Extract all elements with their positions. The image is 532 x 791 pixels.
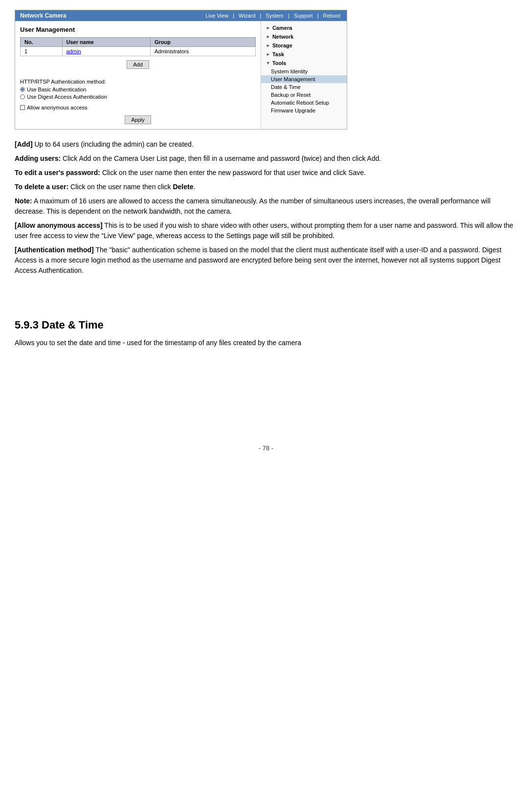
add-label: [Add] bbox=[15, 140, 33, 148]
content-area: [Add] Up to 64 users (including the admi… bbox=[0, 134, 532, 289]
user-mgmt-title: User Management bbox=[20, 26, 256, 33]
sidebar-auto-reboot[interactable]: Automatic Reboot Setup bbox=[261, 99, 347, 107]
page-footer: - 78 - bbox=[0, 444, 532, 461]
checkbox-box bbox=[20, 105, 25, 110]
col-group: Group bbox=[150, 38, 255, 47]
sidebar-tools[interactable]: ▼ Tools bbox=[261, 59, 347, 67]
sidebar-camera-label: Camera bbox=[272, 25, 292, 31]
camera-body: User Management No. User name Group 1 a bbox=[15, 21, 347, 129]
delete-user-desc: Click on the user name then click bbox=[70, 183, 173, 191]
edit-password-desc: Click on the user name then enter the ne… bbox=[102, 169, 366, 176]
apply-button[interactable]: Apply bbox=[125, 115, 151, 124]
nav-support[interactable]: Support bbox=[294, 13, 313, 19]
storage-arrow-icon: ► bbox=[266, 43, 270, 48]
nav-live-view[interactable]: Live View bbox=[205, 13, 228, 19]
nav-sep4: | bbox=[317, 13, 319, 19]
delete-user-para: To delete a user: Click on the user name… bbox=[15, 182, 517, 192]
add-button[interactable]: Add bbox=[127, 60, 149, 69]
auth-section: HTTP/RTSP Authentication method: Use Bas… bbox=[20, 79, 256, 100]
edit-password-para: To edit a user's password: Click on the … bbox=[15, 168, 517, 178]
screenshot-area: Network Camera Live View | Wizard | Syst… bbox=[0, 0, 532, 134]
sidebar-network-label: Network bbox=[272, 34, 293, 40]
add-description: [Add] Up to 64 users (including the admi… bbox=[15, 139, 517, 150]
cell-username: admin bbox=[62, 47, 150, 56]
username-link[interactable]: admin bbox=[66, 48, 81, 54]
radio-digest[interactable]: Use Digest Access Authentication bbox=[20, 94, 256, 100]
camera-sidebar: ► Camera ► Network ► Storage ► Task ▼ bbox=[261, 21, 347, 129]
anonymous-checkbox[interactable]: Allow anonymous access bbox=[20, 105, 256, 110]
radio-digest-dot bbox=[20, 94, 25, 99]
camera-main: User Management No. User name Group 1 a bbox=[15, 21, 261, 129]
note-label: Note: bbox=[15, 197, 32, 205]
radio-digest-label: Use Digest Access Authentication bbox=[27, 94, 107, 100]
add-desc-text: Up to 64 users (including the admin) can… bbox=[34, 140, 193, 148]
delete-user-label: To delete a user: bbox=[15, 183, 68, 191]
sidebar-tools-label: Tools bbox=[272, 60, 287, 66]
user-table: No. User name Group 1 admin Administrato… bbox=[20, 37, 256, 56]
camera-nav: Live View | Wizard | System | Support | … bbox=[204, 13, 342, 19]
radio-basic-dot bbox=[20, 87, 25, 92]
auth-method-para: [Authentication method] The "basic" auth… bbox=[15, 245, 517, 276]
section-desc: Allows you to set the date and time - us… bbox=[0, 339, 532, 347]
nav-system[interactable]: System bbox=[266, 13, 284, 19]
col-username: User name bbox=[62, 38, 150, 47]
allow-anon-label: [Allow anonymous access] bbox=[15, 221, 103, 229]
nav-sep3: | bbox=[288, 13, 289, 19]
camera-ui: Network Camera Live View | Wizard | Syst… bbox=[15, 10, 347, 130]
nav-sep2: | bbox=[260, 13, 261, 19]
adding-users-label: Adding users: bbox=[15, 154, 61, 162]
radio-basic-label: Use Basic Authentication bbox=[27, 87, 87, 92]
nav-reboot[interactable]: Reboot bbox=[323, 13, 340, 19]
cell-no: 1 bbox=[21, 47, 63, 56]
camera-title: Network Camera bbox=[20, 12, 66, 19]
section-heading: 5.9.3 Date & Time bbox=[0, 309, 532, 331]
tools-arrow-icon: ▼ bbox=[266, 61, 270, 66]
sidebar-system-identity[interactable]: System Identity bbox=[261, 67, 347, 75]
sidebar-user-management[interactable]: User Management bbox=[261, 75, 347, 83]
sidebar-task[interactable]: ► Task bbox=[261, 50, 347, 59]
sidebar-backup-reset[interactable]: Backup or Reset bbox=[261, 91, 347, 99]
delete-bold: Delete bbox=[173, 183, 193, 191]
table-row: 1 admin Administrators bbox=[21, 47, 256, 56]
nav-wizard[interactable]: Wizard bbox=[239, 13, 255, 19]
camera-arrow-icon: ► bbox=[266, 25, 270, 30]
note-para: Note: A maximum of 16 users are allowed … bbox=[15, 196, 517, 217]
sidebar-storage-label: Storage bbox=[272, 43, 292, 48]
network-arrow-icon: ► bbox=[266, 34, 270, 39]
sidebar-storage[interactable]: ► Storage bbox=[261, 41, 347, 50]
edit-password-label: To edit a user's password: bbox=[15, 169, 100, 176]
sidebar-network[interactable]: ► Network bbox=[261, 32, 347, 41]
anonymous-label: Allow anonymous access bbox=[27, 105, 88, 110]
delete-period: . bbox=[193, 183, 195, 191]
allow-anon-para: [Allow anonymous access] This is to be u… bbox=[15, 220, 517, 241]
adding-users-para: Adding users: Click Add on the Camera Us… bbox=[15, 154, 517, 164]
radio-basic[interactable]: Use Basic Authentication bbox=[20, 87, 256, 92]
task-arrow-icon: ► bbox=[266, 52, 270, 57]
sidebar-firmware[interactable]: Firmware Upgrade bbox=[261, 107, 347, 114]
note-desc: A maximum of 16 users are allowed to acc… bbox=[15, 197, 490, 215]
auth-method-label: [Authentication method] bbox=[15, 246, 94, 254]
page-number: - 78 - bbox=[259, 444, 273, 452]
nav-sep1: | bbox=[233, 13, 234, 19]
camera-header: Network Camera Live View | Wizard | Syst… bbox=[15, 10, 347, 21]
cell-group: Administrators bbox=[150, 47, 255, 56]
sidebar-task-label: Task bbox=[272, 51, 284, 57]
col-no: No. bbox=[21, 38, 63, 47]
auth-label: HTTP/RTSP Authentication method: bbox=[20, 79, 256, 85]
apply-row: Apply bbox=[20, 115, 256, 124]
sidebar-date-time[interactable]: Date & Time bbox=[261, 83, 347, 91]
adding-users-desc: Click Add on the Camera User List page, … bbox=[63, 154, 381, 162]
sidebar-camera[interactable]: ► Camera bbox=[261, 23, 347, 32]
